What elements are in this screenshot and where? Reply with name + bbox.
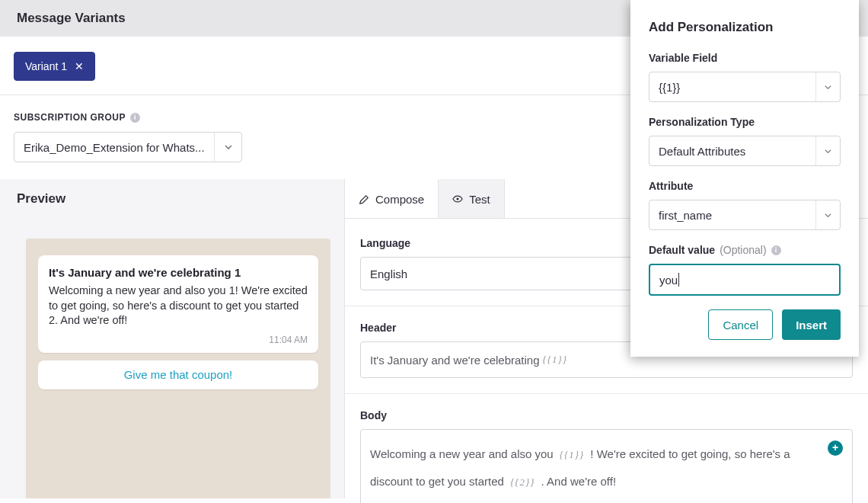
text-cursor bbox=[678, 273, 679, 287]
svg-point-0 bbox=[457, 197, 459, 200]
divider bbox=[345, 393, 868, 394]
personalization-type-select[interactable]: Default Attributes bbox=[649, 136, 841, 166]
plus-icon: + bbox=[832, 435, 838, 461]
personalization-type-label: Personalization Type bbox=[649, 116, 841, 128]
insert-button[interactable]: Insert bbox=[782, 309, 841, 340]
page-title: Message Variants bbox=[17, 11, 126, 26]
body-input[interactable]: Welcoming a new year and also you {{1}} … bbox=[360, 429, 853, 503]
default-value-section: Default value (Optional) i you bbox=[649, 244, 841, 296]
panel-actions: Cancel Insert bbox=[649, 309, 841, 340]
attribute-section: Attribute first_name bbox=[649, 180, 841, 230]
body-label: Body bbox=[360, 409, 853, 421]
variant-chip[interactable]: Variant 1 ✕ bbox=[14, 52, 95, 81]
chat-timestamp: 11:04 AM bbox=[49, 335, 308, 345]
eye-icon bbox=[452, 194, 463, 204]
chat-body: Welcoming a new year and also you 1! We'… bbox=[49, 284, 308, 328]
chat-header: It's January and we're celebrating 1 bbox=[49, 266, 308, 279]
liquid-tag-body-2: {{2}} bbox=[510, 476, 535, 488]
variant-label: Variant 1 bbox=[25, 60, 67, 72]
cancel-button[interactable]: Cancel bbox=[708, 309, 773, 340]
info-icon[interactable]: i bbox=[130, 113, 140, 123]
close-icon[interactable]: ✕ bbox=[75, 60, 84, 72]
tab-compose[interactable]: Compose bbox=[345, 179, 439, 218]
preview-canvas: It's January and we're celebrating 1 Wel… bbox=[26, 239, 330, 498]
chevron-down-icon bbox=[214, 133, 241, 162]
tab-test[interactable]: Test bbox=[439, 179, 505, 218]
attribute-label: Attribute bbox=[649, 180, 841, 192]
chevron-down-icon bbox=[815, 200, 840, 229]
variable-field-label: Variable Field bbox=[649, 52, 841, 64]
liquid-tag-body-1: {{1}} bbox=[560, 449, 584, 460]
preview-title: Preview bbox=[0, 179, 344, 219]
subscription-group-select[interactable]: Erika_Demo_Extension for Whats... bbox=[14, 132, 242, 162]
info-icon[interactable]: i bbox=[771, 245, 781, 255]
default-value-label: Default value (Optional) i bbox=[649, 244, 841, 256]
chevron-down-icon bbox=[815, 136, 840, 165]
chat-cta-button[interactable]: Give me that coupon! bbox=[38, 360, 318, 389]
attribute-select[interactable]: first_name bbox=[649, 200, 841, 230]
variable-field-section: Variable Field {{1}} bbox=[649, 52, 841, 102]
panel-title: Add Personalization bbox=[649, 20, 841, 35]
preview-column: Preview It's January and we're celebrati… bbox=[0, 179, 344, 498]
personalization-type-section: Personalization Type Default Attributes bbox=[649, 116, 841, 166]
chevron-down-icon bbox=[815, 72, 840, 101]
add-personalization-panel: Add Personalization Variable Field {{1}}… bbox=[630, 0, 859, 357]
variable-field-select[interactable]: {{1}} bbox=[649, 72, 841, 102]
chat-card: It's January and we're celebrating 1 Wel… bbox=[38, 255, 318, 353]
liquid-tag-1: {{1}} bbox=[543, 354, 567, 366]
subscription-group-value: Erika_Demo_Extension for Whats... bbox=[14, 141, 214, 154]
pencil-icon bbox=[359, 194, 369, 205]
default-value-input[interactable]: you bbox=[649, 264, 841, 296]
add-personalization-button[interactable]: + bbox=[828, 441, 843, 456]
